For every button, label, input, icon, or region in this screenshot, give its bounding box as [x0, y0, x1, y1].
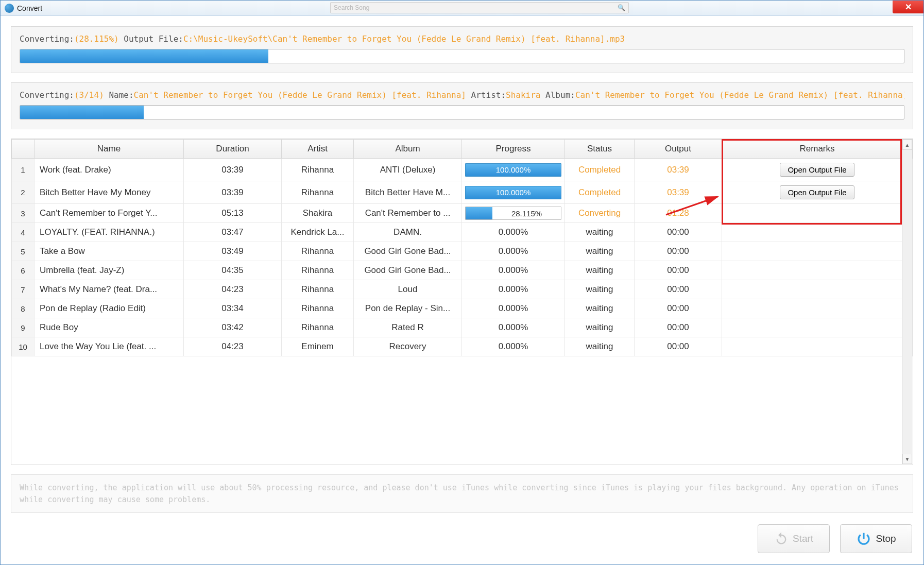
cell-artist: Rihanna — [282, 318, 354, 337]
cell-duration: 04:35 — [184, 261, 282, 280]
cell-duration: 03:39 — [184, 181, 282, 204]
cell-status: waiting — [565, 318, 635, 337]
col-header-4[interactable]: Album — [354, 140, 462, 159]
cell-duration: 05:13 — [184, 204, 282, 223]
cell-progress: 0.000% — [462, 318, 565, 337]
overall-progress-fill — [20, 49, 268, 63]
power-icon — [856, 531, 871, 546]
col-header-1[interactable]: Name — [35, 140, 184, 159]
cell-idx: 6 — [12, 261, 35, 280]
cell-status: waiting — [565, 337, 635, 356]
col-header-3[interactable]: Artist — [282, 140, 354, 159]
app-icon — [5, 4, 14, 13]
table-row[interactable]: 10Love the Way You Lie (feat. ...04:23Em… — [12, 337, 913, 356]
scroll-down-icon[interactable]: ▼ — [902, 454, 912, 464]
table-row[interactable]: 2Bitch Better Have My Money03:39RihannaB… — [12, 181, 913, 204]
cell-idx: 8 — [12, 299, 35, 318]
cell-output: 01:28 — [635, 204, 722, 223]
col-header-5[interactable]: Progress — [462, 140, 565, 159]
search-input[interactable]: Search Song 🔍 — [330, 2, 629, 13]
table-row[interactable]: 9Rude Boy03:42RihannaRated R0.000%waitin… — [12, 318, 913, 337]
overall-progress-panel: Converting:(28.115%) Output File:C:\Musi… — [11, 26, 913, 73]
current-name: Can't Remember to Forget You (Fedde Le G… — [134, 90, 466, 100]
table-row[interactable]: 4LOYALTY. (FEAT. RIHANNA.)03:47Kendrick … — [12, 223, 913, 242]
stop-button[interactable]: Stop — [840, 524, 912, 553]
vertical-scrollbar[interactable]: ▲ ▼ — [902, 140, 912, 464]
table-row[interactable]: 5Take a Bow03:49RihannaGood Girl Gone Ba… — [12, 242, 913, 261]
cell-status: Completed — [565, 159, 635, 181]
cell-album: Recovery — [354, 337, 462, 356]
window-title: Convert — [17, 4, 42, 12]
start-button[interactable]: Start — [758, 524, 830, 553]
current-progress-fill — [20, 106, 144, 119]
label-album: Album: — [540, 90, 575, 100]
cell-name: What's My Name? (feat. Dra... — [35, 280, 184, 299]
cell-idx: 7 — [12, 280, 35, 299]
warning-note: While converting, the application will u… — [11, 474, 913, 513]
cell-remarks — [722, 318, 913, 337]
table-row[interactable]: 8Pon de Replay (Radio Edit)03:34RihannaP… — [12, 299, 913, 318]
cell-output: 03:39 — [635, 159, 722, 181]
open-output-file-button[interactable]: Open Output File — [780, 185, 854, 199]
content-area: Converting:(28.115%) Output File:C:\Musi… — [1, 16, 923, 564]
cell-artist: Rihanna — [282, 242, 354, 261]
search-placeholder: Search Song — [334, 4, 369, 11]
cell-progress: 100.000% — [462, 181, 565, 204]
cell-name: Work (feat. Drake) — [35, 159, 184, 181]
cell-progress: 0.000% — [462, 299, 565, 318]
close-button[interactable]: ✕ — [893, 1, 923, 13]
cell-status: Converting — [565, 204, 635, 223]
cell-artist: Rihanna — [282, 159, 354, 181]
cell-duration: 03:39 — [184, 159, 282, 181]
label-output-file: Output File: — [119, 34, 183, 44]
col-header-7[interactable]: Output — [635, 140, 722, 159]
cell-album: ANTI (Deluxe) — [354, 159, 462, 181]
cell-album: Good Girl Gone Bad... — [354, 242, 462, 261]
table-row[interactable]: 7What's My Name? (feat. Dra...04:23Rihan… — [12, 280, 913, 299]
cell-output: 00:00 — [635, 261, 722, 280]
titlebar: Convert Search Song 🔍 ✕ — [1, 1, 923, 16]
cell-artist: Rihanna — [282, 280, 354, 299]
cell-artist: Kendrick La... — [282, 223, 354, 242]
cell-name: Umbrella (feat. Jay-Z) — [35, 261, 184, 280]
cell-status: waiting — [565, 242, 635, 261]
cell-progress: 0.000% — [462, 337, 565, 356]
cell-output: 00:00 — [635, 280, 722, 299]
label-converting: Converting: — [20, 34, 74, 44]
start-label: Start — [793, 533, 813, 544]
current-count: (3/14) — [74, 90, 104, 100]
col-header-8[interactable]: Remarks — [722, 140, 913, 159]
cell-name: Can't Remember to Forget Y... — [35, 204, 184, 223]
label-artist: Artist: — [466, 90, 506, 100]
cell-name: Pon de Replay (Radio Edit) — [35, 299, 184, 318]
cell-album: Bitch Better Have M... — [354, 181, 462, 204]
col-header-2[interactable]: Duration — [184, 140, 282, 159]
cell-progress: 0.000% — [462, 242, 565, 261]
cell-output: 00:00 — [635, 337, 722, 356]
current-album: Can't Remember to Forget You (Fedde Le G… — [575, 90, 904, 100]
overall-percent: (28.115%) — [74, 34, 119, 44]
table-row[interactable]: 6Umbrella (feat. Jay-Z)04:35RihannaGood … — [12, 261, 913, 280]
cell-progress: 28.115% — [462, 204, 565, 223]
scroll-up-icon[interactable]: ▲ — [902, 140, 912, 150]
cell-artist: Rihanna — [282, 261, 354, 280]
overall-info-line: Converting:(28.115%) Output File:C:\Musi… — [20, 34, 904, 44]
cell-status: waiting — [565, 261, 635, 280]
col-header-0[interactable] — [12, 140, 35, 159]
search-icon: 🔍 — [618, 4, 625, 11]
table-row[interactable]: 3Can't Remember to Forget Y...05:13Shaki… — [12, 204, 913, 223]
cell-remarks — [722, 337, 913, 356]
cell-artist: Eminem — [282, 337, 354, 356]
cell-idx: 5 — [12, 242, 35, 261]
open-output-file-button[interactable]: Open Output File — [780, 163, 854, 177]
cell-output: 03:39 — [635, 181, 722, 204]
table-row[interactable]: 1Work (feat. Drake)03:39RihannaANTI (Del… — [12, 159, 913, 181]
label-converting-2: Converting: — [20, 90, 74, 100]
col-header-6[interactable]: Status — [565, 140, 635, 159]
cell-album: Rated R — [354, 318, 462, 337]
cell-output: 00:00 — [635, 242, 722, 261]
cell-status: waiting — [565, 223, 635, 242]
cell-progress: 100.000% — [462, 159, 565, 181]
cell-duration: 03:49 — [184, 242, 282, 261]
cell-idx: 4 — [12, 223, 35, 242]
